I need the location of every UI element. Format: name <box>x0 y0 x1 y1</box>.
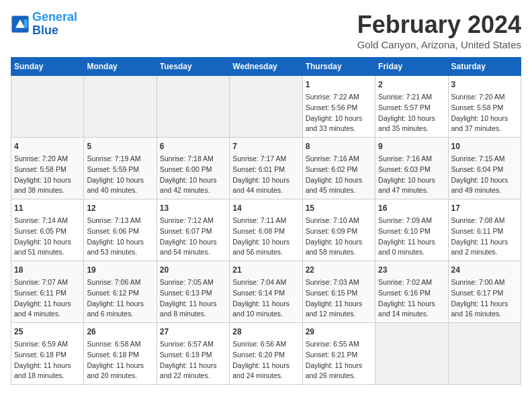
cell-content: and 0 minutes. <box>378 247 445 258</box>
cell-content: Daylight: 11 hours <box>232 361 299 371</box>
calendar-cell: 21Sunrise: 7:04 AMSunset: 6:14 PMDayligh… <box>230 261 302 323</box>
cell-content: Sunset: 6:12 PM <box>87 288 153 299</box>
logo-text-line1: General <box>32 11 77 24</box>
cell-content: Sunrise: 7:20 AM <box>451 92 518 103</box>
svg-rect-2 <box>24 19 28 28</box>
cell-content: Sunrise: 7:07 AM <box>14 277 81 288</box>
cell-content: and 38 minutes. <box>14 185 81 196</box>
calendar-header-row: SundayMondayTuesdayWednesdayThursdayFrid… <box>11 58 521 76</box>
cell-content: Daylight: 11 hours <box>87 361 153 371</box>
day-number: 14 <box>232 202 299 214</box>
cell-content: Daylight: 11 hours <box>87 299 153 310</box>
cell-content: Daylight: 10 hours <box>160 237 226 248</box>
calendar-cell: 1Sunrise: 7:22 AMSunset: 5:56 PMDaylight… <box>302 76 375 138</box>
cell-content: Sunrise: 7:02 AM <box>378 277 445 288</box>
day-number: 29 <box>306 326 372 338</box>
day-number: 27 <box>160 326 226 338</box>
cell-content: Sunrise: 7:04 AM <box>232 277 299 288</box>
cell-content: and 44 minutes. <box>232 185 299 196</box>
cell-content: Sunset: 5:59 PM <box>87 165 153 175</box>
day-header-wednesday: Wednesday <box>230 58 302 76</box>
calendar-cell: 9Sunrise: 7:16 AMSunset: 6:03 PMDaylight… <box>375 138 448 199</box>
cell-content: Sunset: 6:00 PM <box>160 165 226 175</box>
cell-content: Sunset: 6:01 PM <box>232 165 299 175</box>
cell-content: Sunset: 6:19 PM <box>160 350 226 361</box>
calendar-cell: 27Sunrise: 6:57 AMSunset: 6:19 PMDayligh… <box>157 323 229 385</box>
calendar-subtitle: Gold Canyon, Arizona, United States <box>357 39 521 50</box>
day-number: 8 <box>306 140 372 152</box>
week-row-3: 18Sunrise: 7:07 AMSunset: 6:11 PMDayligh… <box>11 261 521 323</box>
cell-content: Daylight: 11 hours <box>160 361 226 371</box>
day-number: 3 <box>451 79 518 91</box>
cell-content: and 56 minutes. <box>232 247 299 258</box>
cell-content: and 16 minutes. <box>451 309 518 320</box>
cell-content: and 20 minutes. <box>87 371 153 381</box>
day-number: 21 <box>232 264 299 276</box>
day-number: 7 <box>232 140 299 152</box>
cell-content: Daylight: 11 hours <box>451 299 518 310</box>
calendar-cell <box>84 76 157 138</box>
day-number: 23 <box>378 264 445 276</box>
cell-content: Sunset: 6:14 PM <box>232 288 299 299</box>
day-number: 1 <box>306 79 372 91</box>
cell-content: Sunset: 6:08 PM <box>232 226 299 237</box>
cell-content: Sunset: 6:02 PM <box>306 165 372 175</box>
cell-content: Sunset: 6:11 PM <box>451 226 518 237</box>
day-number: 12 <box>87 202 153 214</box>
cell-content: Daylight: 10 hours <box>306 175 372 186</box>
calendar-cell: 17Sunrise: 7:08 AMSunset: 6:11 PMDayligh… <box>448 199 521 261</box>
cell-content: and 14 minutes. <box>378 309 445 320</box>
cell-content: Daylight: 10 hours <box>87 237 153 248</box>
cell-content: Daylight: 11 hours <box>232 299 299 310</box>
day-number: 13 <box>160 202 226 214</box>
day-number: 16 <box>378 202 445 214</box>
cell-content: Sunset: 6:03 PM <box>378 165 445 175</box>
day-number: 9 <box>378 140 445 152</box>
cell-content: and 26 minutes. <box>306 371 372 381</box>
calendar-cell: 5Sunrise: 7:19 AMSunset: 5:59 PMDaylight… <box>84 138 157 199</box>
cell-content: Sunrise: 7:10 AM <box>306 216 372 226</box>
day-header-saturday: Saturday <box>448 58 521 76</box>
cell-content: Sunrise: 7:20 AM <box>14 154 81 165</box>
cell-content: Sunrise: 7:13 AM <box>87 216 153 226</box>
cell-content: Sunset: 6:06 PM <box>87 226 153 237</box>
cell-content: and 24 minutes. <box>232 371 299 381</box>
day-number: 24 <box>451 264 518 276</box>
cell-content: Sunrise: 7:08 AM <box>451 216 518 226</box>
cell-content: Daylight: 10 hours <box>378 175 445 186</box>
cell-content: Sunset: 5:58 PM <box>451 103 518 113</box>
day-number: 15 <box>306 202 372 214</box>
calendar-cell: 29Sunrise: 6:55 AMSunset: 6:21 PMDayligh… <box>302 323 375 385</box>
calendar-table: SundayMondayTuesdayWednesdayThursdayFrid… <box>11 57 521 385</box>
cell-content: Daylight: 11 hours <box>378 237 445 248</box>
cell-content: and 10 minutes. <box>232 309 299 320</box>
calendar-cell: 18Sunrise: 7:07 AMSunset: 6:11 PMDayligh… <box>11 261 84 323</box>
calendar-cell: 6Sunrise: 7:18 AMSunset: 6:00 PMDaylight… <box>157 138 229 199</box>
cell-content: Daylight: 10 hours <box>87 175 153 186</box>
cell-content: and 2 minutes. <box>451 247 518 258</box>
calendar-cell: 19Sunrise: 7:06 AMSunset: 6:12 PMDayligh… <box>84 261 157 323</box>
calendar-cell: 7Sunrise: 7:17 AMSunset: 6:01 PMDaylight… <box>230 138 302 199</box>
day-number: 26 <box>87 326 153 338</box>
cell-content: and 47 minutes. <box>378 185 445 196</box>
cell-content: and 37 minutes. <box>451 124 518 134</box>
day-number: 10 <box>451 140 518 152</box>
cell-content: Daylight: 10 hours <box>232 237 299 248</box>
cell-content: Sunset: 6:21 PM <box>306 350 372 361</box>
cell-content: Daylight: 10 hours <box>451 113 518 124</box>
cell-content: Sunset: 6:18 PM <box>87 350 153 361</box>
day-number: 17 <box>451 202 518 214</box>
cell-content: Sunrise: 7:22 AM <box>306 92 372 103</box>
calendar-cell: 10Sunrise: 7:15 AMSunset: 6:04 PMDayligh… <box>448 138 521 199</box>
week-row-1: 4Sunrise: 7:20 AMSunset: 5:58 PMDaylight… <box>11 138 521 199</box>
calendar-cell: 8Sunrise: 7:16 AMSunset: 6:02 PMDaylight… <box>302 138 375 199</box>
cell-content: Daylight: 10 hours <box>160 175 226 186</box>
cell-content: Sunset: 6:05 PM <box>14 226 81 237</box>
cell-content: and 53 minutes. <box>87 247 153 258</box>
cell-content: Sunset: 6:13 PM <box>160 288 226 299</box>
cell-content: and 33 minutes. <box>306 124 372 134</box>
calendar-title: February 2024 <box>357 11 521 39</box>
day-number: 11 <box>14 202 81 214</box>
day-number: 28 <box>232 326 299 338</box>
calendar-cell <box>11 76 84 138</box>
